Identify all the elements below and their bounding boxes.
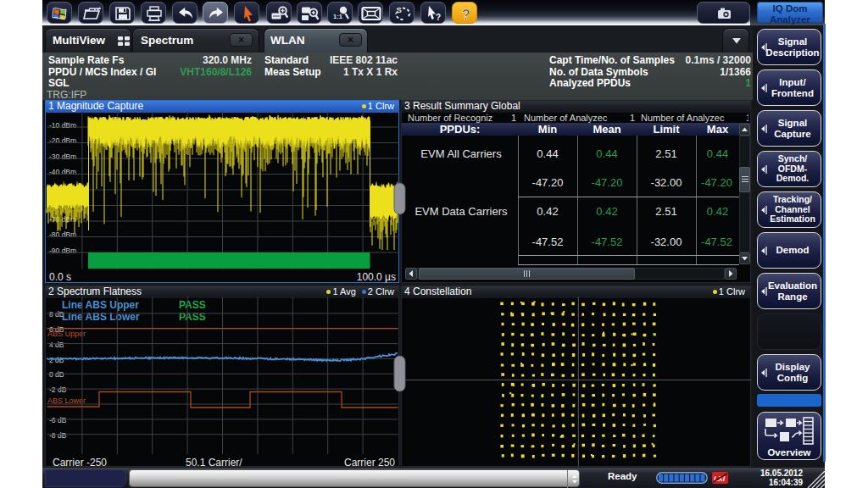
svg-text:1:1: 1:1: [333, 13, 342, 20]
svg-text:?: ?: [436, 13, 441, 22]
svg-text:?: ?: [462, 7, 470, 23]
